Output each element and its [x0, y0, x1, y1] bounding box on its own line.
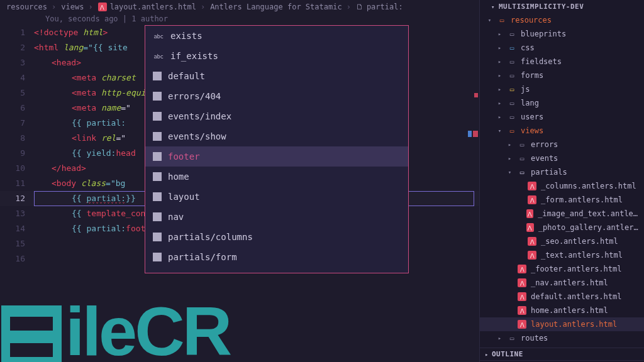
- autocomplete-popup[interactable]: existsif_existsdefaulterrors/404events/i…: [145, 25, 409, 273]
- snippet-kind-icon: [153, 72, 162, 80]
- antlers-icon: ⋀: [98, 3, 107, 11]
- autocomplete-item[interactable]: events/index: [145, 106, 408, 126]
- file-tree[interactable]: ▾▭resources▸▭blueprints▸▭css▸▭fieldsets▸…: [480, 13, 644, 348]
- twisty-icon: ▸: [506, 141, 513, 148]
- autocomplete-item[interactable]: footer: [145, 146, 408, 167]
- autocomplete-item-label: events/index: [168, 111, 231, 121]
- twisty-icon: ▾: [496, 128, 503, 134]
- autocomplete-item[interactable]: errors/404: [145, 86, 408, 106]
- tree-item-label: _image_and_text.antlers.html: [538, 209, 640, 218]
- autocomplete-item[interactable]: if_exists: [145, 46, 408, 66]
- autocomplete-item[interactable]: nav: [145, 207, 408, 227]
- tree-item-label: resources: [511, 16, 552, 25]
- tree-folder[interactable]: ▸▭errors: [480, 138, 644, 151]
- autocomplete-item[interactable]: partials/form: [145, 247, 408, 267]
- tree-item-label: layout.antlers.html: [531, 320, 617, 329]
- autocomplete-item[interactable]: default: [145, 66, 408, 86]
- folder-js-icon: ▭: [508, 85, 516, 94]
- folder-open-icon: ▭: [497, 16, 506, 25]
- tree-folder[interactable]: ▸▭css: [480, 41, 644, 55]
- antlers-icon: ⋀: [526, 223, 534, 232]
- outline-section[interactable]: ▸OUTLINE: [480, 348, 644, 360]
- snippet-kind-icon: [153, 212, 162, 221]
- explorer-title[interactable]: ▾ MULTISIMPLICITY-DEV: [480, 0, 644, 13]
- autocomplete-item[interactable]: layout: [145, 187, 408, 207]
- autocomplete-item-label: exists: [170, 31, 203, 41]
- tree-folder[interactable]: ▾▭resources: [480, 13, 644, 27]
- tree-file[interactable]: ⋀_form.antlers.html: [480, 193, 644, 207]
- tree-folder[interactable]: ▸▭lang: [480, 96, 644, 110]
- folder-icon: ▭: [508, 57, 516, 66]
- tree-item-label: _seo.antlers.html: [541, 237, 618, 246]
- code-area[interactable]: 1<!doctype html> 2<html lang="{{ site 3<…: [0, 25, 479, 362]
- antlers-icon: ⋀: [518, 265, 526, 273]
- tree-file[interactable]: ⋀_image_and_text.antlers.html: [480, 207, 644, 221]
- tree-folder[interactable]: ▸▭events: [480, 151, 644, 165]
- antlers-icon: ⋀: [518, 292, 526, 301]
- tree-item-label: _nav.antlers.html: [531, 278, 608, 287]
- twisty-icon: ▸: [496, 100, 503, 106]
- overview-marker: [474, 93, 478, 97]
- tree-folder[interactable]: ▸▭js: [480, 82, 644, 96]
- tree-file[interactable]: ⋀_text.antlers.html: [480, 248, 644, 262]
- twisty-icon: ▸: [496, 58, 503, 65]
- tree-item-label: routes: [521, 334, 548, 343]
- tree-file[interactable]: ⋀_footer.antlers.html: [480, 262, 644, 276]
- antlers-icon: ⋀: [526, 209, 533, 218]
- tree-item-label: users: [521, 112, 543, 121]
- folder-icon: ▭: [508, 334, 516, 343]
- crumb-file[interactable]: layout.antlers.html: [110, 3, 196, 11]
- folder-icon: ▭: [508, 99, 516, 107]
- tree-item-label: css: [521, 43, 535, 52]
- tree-file[interactable]: ⋀home.antlers.html: [480, 304, 644, 317]
- overview-marker: [473, 131, 478, 137]
- autocomplete-item[interactable]: partials/columns: [145, 227, 408, 247]
- autocomplete-item[interactable]: home: [145, 167, 408, 187]
- tree-folder[interactable]: ▾▭partials: [480, 165, 644, 179]
- tree-item-label: lang: [521, 99, 539, 107]
- tree-item-label: _text.antlers.html: [541, 251, 623, 260]
- autocomplete-item-label: home: [168, 172, 189, 182]
- snippet-kind-icon: [153, 132, 162, 141]
- snippet-kind-icon: [153, 192, 162, 201]
- tree-file[interactable]: ⋀_columns.antlers.html: [480, 179, 644, 193]
- folder-open-icon: ▭: [518, 168, 526, 177]
- tree-item-label: fieldsets: [521, 57, 562, 66]
- tree-folder[interactable]: ▸▭users: [480, 110, 644, 124]
- tree-file[interactable]: ⋀_nav.antlers.html: [480, 276, 644, 290]
- crumb-symbol[interactable]: partial:: [367, 3, 403, 11]
- crumb-views[interactable]: views: [61, 3, 84, 11]
- tree-folder[interactable]: ▸▭blueprints: [480, 27, 644, 41]
- twisty-icon: ▾: [486, 17, 493, 23]
- twisty-icon: ▸: [506, 155, 513, 162]
- autocomplete-item-label: if_exists: [170, 51, 218, 61]
- antlers-icon: ⋀: [518, 306, 526, 315]
- snippet-kind-icon: [153, 233, 162, 241]
- folder-css-icon: ▭: [508, 43, 516, 52]
- tree-item-label: _form.antlers.html: [541, 195, 623, 204]
- autocomplete-item[interactable]: events/show: [145, 126, 408, 146]
- tree-folder[interactable]: ▾▭views: [480, 124, 644, 138]
- tree-file[interactable]: ⋀_photo_gallery.antlers.html: [480, 221, 644, 234]
- file-icon: 🗋: [356, 3, 364, 11]
- autocomplete-item-label: nav: [168, 212, 184, 222]
- tree-folder[interactable]: ▸▭forms: [480, 69, 644, 82]
- tree-file[interactable]: ⋀_seo.antlers.html: [480, 234, 644, 248]
- twisty-icon: ▾: [506, 169, 513, 175]
- twisty-icon: ▸: [496, 72, 503, 79]
- tree-file[interactable]: ⋀default.antlers.html: [480, 290, 644, 304]
- crumb-resources[interactable]: resources: [6, 3, 47, 11]
- antlers-icon: ⋀: [528, 251, 536, 260]
- line-number: 1: [0, 25, 34, 40]
- tree-folder[interactable]: ▸▭fieldsets: [480, 55, 644, 69]
- breadcrumb[interactable]: resources› views› ⋀layout.antlers.html› …: [0, 0, 479, 14]
- tree-item-label: _photo_gallery.antlers.html: [538, 223, 640, 232]
- crumb-lang[interactable]: Antlers Language for Statamic: [210, 3, 342, 11]
- autocomplete-item[interactable]: exists: [145, 26, 408, 46]
- tree-item-label: events: [531, 154, 558, 163]
- tree-folder[interactable]: ▸▭routes: [480, 331, 644, 345]
- autocomplete-item-label: errors/404: [168, 91, 221, 101]
- tree-item-label: partials: [531, 168, 567, 177]
- tree-file[interactable]: ⋀layout.antlers.html: [480, 317, 644, 331]
- autocomplete-item-label: partials/form: [168, 252, 237, 262]
